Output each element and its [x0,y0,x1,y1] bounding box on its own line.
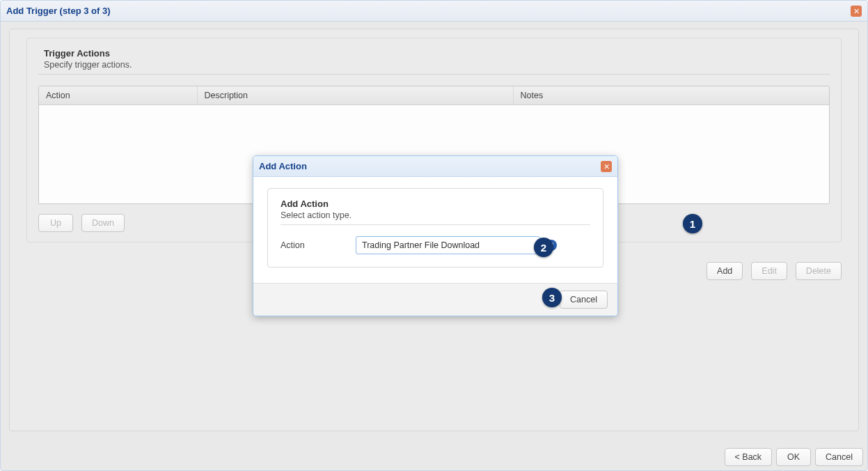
window-titlebar: Add Trigger (step 3 of 3) ✕ [1,1,867,22]
col-description[interactable]: Description [197,86,513,105]
wizard-footer: < Back OK Cancel [725,448,863,466]
col-notes[interactable]: Notes [513,86,829,105]
close-icon[interactable]: ✕ [851,6,862,17]
col-action[interactable]: Action [39,86,197,105]
action-label: Action [281,240,356,250]
delete-button[interactable]: Delete [796,262,842,280]
add-button[interactable]: Add [707,262,743,280]
back-button[interactable]: < Back [725,448,773,466]
add-action-dialog: Add Action ✕ Add Action Select action ty… [253,155,618,316]
window-title: Add Trigger (step 3 of 3) [6,6,111,16]
dialog-section-subtitle: Select action type. [281,210,590,225]
table-header-row: Action Description Notes [39,86,829,105]
edit-button[interactable]: Edit [751,262,787,280]
down-button[interactable]: Down [81,214,125,232]
ok-button[interactable]: OK [776,448,811,466]
annotation-badge-3: 3 [542,288,562,307]
dialog-card: Add Action Select action type. Action ? [267,188,603,268]
annotation-badge-1: 1 [683,214,702,233]
section-subtitle: Specify trigger actions. [38,60,830,75]
dialog-footer: Cancel [253,283,617,316]
up-button[interactable]: Up [38,214,73,232]
dialog-close-icon[interactable]: ✕ [601,161,612,172]
crud-buttons: Add Edit Delete [707,262,842,280]
dialog-cancel-button[interactable]: Cancel [560,291,608,309]
action-combobox[interactable] [356,236,540,254]
dialog-section-title: Add Action [281,199,590,209]
dialog-titlebar: Add Action ✕ [253,156,617,177]
dialog-title: Add Action [259,161,307,171]
cancel-button[interactable]: Cancel [815,448,863,466]
annotation-badge-2: 2 [534,238,553,257]
actions-grid: Action Description Notes [39,86,829,105]
section-title: Trigger Actions [38,48,830,59]
main-window: Add Trigger (step 3 of 3) ✕ Trigger Acti… [0,0,868,471]
dialog-body: Add Action Select action type. Action ? [253,177,617,283]
